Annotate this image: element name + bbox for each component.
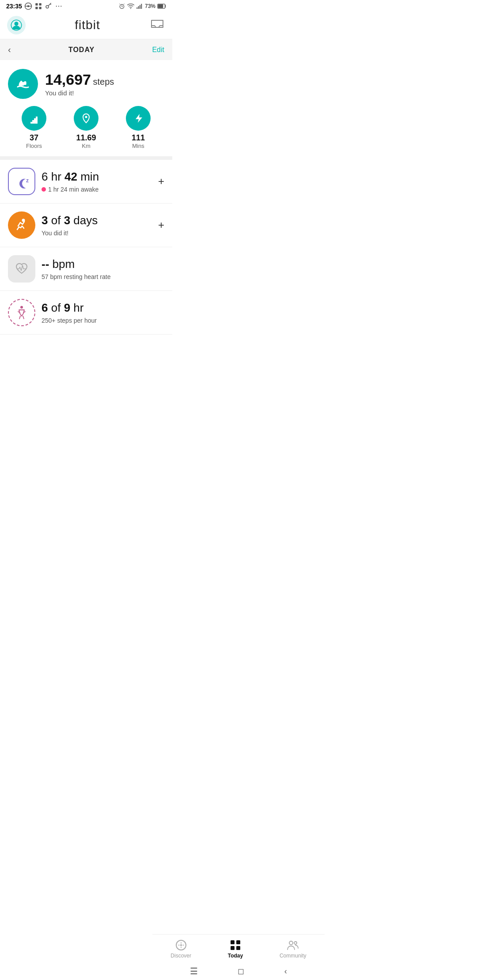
svg-rect-15: [140, 5, 140, 9]
section-divider-1: [0, 156, 172, 160]
svg-point-20: [14, 22, 18, 26]
shoe-svg: [15, 75, 31, 92]
svg-rect-3: [35, 3, 38, 5]
status-bar: 23:35 73%: [0, 0, 172, 12]
avatar-svg: [11, 19, 22, 31]
mins-metric[interactable]: 111 Mins: [112, 106, 164, 149]
activity-current: 3: [42, 214, 48, 227]
sleep-hours: 6: [42, 170, 48, 183]
floors-metric[interactable]: 37 Floors: [8, 106, 60, 149]
stairs-svg: [28, 112, 40, 124]
active-svg: [13, 304, 30, 321]
steps-subtitle: You did it!: [45, 89, 114, 97]
activity-add-button[interactable]: +: [155, 219, 164, 231]
sleep-title: 6 hr 42 min: [42, 170, 148, 184]
svg-rect-6: [39, 7, 41, 9]
activity-unit: days: [73, 214, 98, 227]
steps-icon: [8, 69, 38, 99]
mins-value: 111: [132, 133, 145, 143]
svg-rect-16: [141, 4, 142, 9]
location-svg: [80, 112, 92, 124]
sleep-add-button[interactable]: +: [155, 175, 164, 188]
activity-total: 3: [64, 214, 70, 227]
km-value: 11.69: [76, 133, 96, 143]
svg-point-10: [61, 6, 61, 7]
km-label: Km: [82, 143, 91, 149]
activity-subtitle: You did it!: [42, 230, 148, 237]
active-unit: hr: [73, 301, 83, 314]
back-button[interactable]: ‹: [8, 45, 11, 55]
activity-title: 3 of 3 days: [42, 214, 148, 227]
heartrate-unit: bpm: [53, 257, 75, 271]
floors-icon: [22, 106, 46, 131]
battery-icon: [157, 4, 166, 9]
sleep-icon: z: [8, 168, 35, 195]
alarm-icon: [118, 3, 125, 10]
heartrate-content: -- bpm 57 bpm resting heart rate: [42, 257, 164, 280]
activity-content: 3 of 3 days You did it!: [42, 214, 148, 236]
edit-button[interactable]: Edit: [152, 46, 164, 54]
signal-icon: [136, 3, 143, 10]
sleep-awake: 1 hr 24 min awake: [48, 186, 98, 193]
wifi-icon: [127, 3, 134, 10]
heartrate-icon: [8, 255, 35, 283]
active-of: of: [51, 301, 64, 314]
activity-card[interactable]: 3 of 3 days You did it! +: [0, 204, 172, 247]
steps-section: 14,697 steps You did it! 37 Floors: [0, 60, 172, 156]
steps-info: 14,697 steps You did it!: [45, 71, 114, 97]
more-icon: [55, 2, 63, 10]
svg-point-8: [56, 6, 57, 7]
sleep-mins: 42: [64, 170, 77, 183]
run-svg: [14, 217, 30, 233]
inbox-button[interactable]: [149, 17, 165, 33]
mins-label: Mins: [132, 143, 144, 149]
km-icon: [74, 106, 98, 131]
sleep-svg: z: [12, 172, 31, 191]
active-current: 6: [42, 301, 48, 314]
svg-point-21: [85, 116, 87, 118]
nav-discover[interactable]: Discover: [170, 939, 172, 959]
activity-of: of: [51, 214, 64, 227]
active-hours-content: 6 of 9 hr 250+ steps per hour: [42, 301, 164, 324]
today-title: TODAY: [68, 46, 95, 54]
svg-rect-4: [39, 3, 41, 5]
active-hours-subtitle: 250+ steps per hour: [42, 317, 164, 324]
status-left: 23:35: [6, 2, 63, 10]
discover-label: Discover: [170, 953, 172, 959]
svg-rect-14: [138, 6, 139, 9]
avatar-icon[interactable]: [7, 16, 26, 34]
svg-rect-5: [35, 7, 38, 9]
sleep-content: 6 hr 42 min 1 hr 24 min awake: [42, 170, 148, 192]
grid-icon: [34, 2, 42, 10]
inbox-svg: [151, 19, 164, 31]
steps-unit: steps: [93, 77, 114, 87]
awake-dot: [42, 187, 46, 192]
heartrate-subtitle: 57 bpm resting heart rate: [42, 273, 164, 280]
steps-row[interactable]: 14,697 steps You did it!: [8, 69, 164, 99]
sleep-subtitle: 1 hr 24 min awake: [42, 186, 148, 193]
activity-icon: [8, 211, 35, 239]
svg-point-12: [130, 8, 131, 9]
floors-label: Floors: [26, 143, 42, 149]
battery-text: 73%: [145, 3, 155, 9]
heartrate-card[interactable]: -- bpm 57 bpm resting heart rate: [0, 247, 172, 291]
svg-point-24: [20, 306, 23, 309]
km-metric[interactable]: 11.69 Km: [60, 106, 112, 149]
svg-point-9: [58, 6, 59, 7]
heartrate-value: --: [42, 257, 49, 271]
status-right: 73%: [118, 3, 166, 10]
steps-count: 14,697: [45, 71, 91, 88]
lightning-svg: [132, 112, 144, 124]
app-header: fitbit: [0, 12, 172, 39]
status-time: 23:35: [6, 3, 22, 10]
active-hours-card[interactable]: 6 of 9 hr 250+ steps per hour: [0, 291, 172, 335]
sleep-hr-label: hr: [51, 170, 64, 183]
svg-text:z: z: [26, 177, 29, 184]
heart-svg: [14, 261, 30, 277]
bottom-nav: Discover Today Community: [152, 934, 172, 962]
steps-value-row: 14,697 steps: [45, 71, 114, 88]
sleep-min-label: min: [80, 170, 99, 183]
svg-point-2: [27, 5, 30, 8]
pokemon-icon: [24, 2, 32, 10]
sleep-card[interactable]: z 6 hr 42 min 1 hr 24 min awake +: [0, 160, 172, 204]
